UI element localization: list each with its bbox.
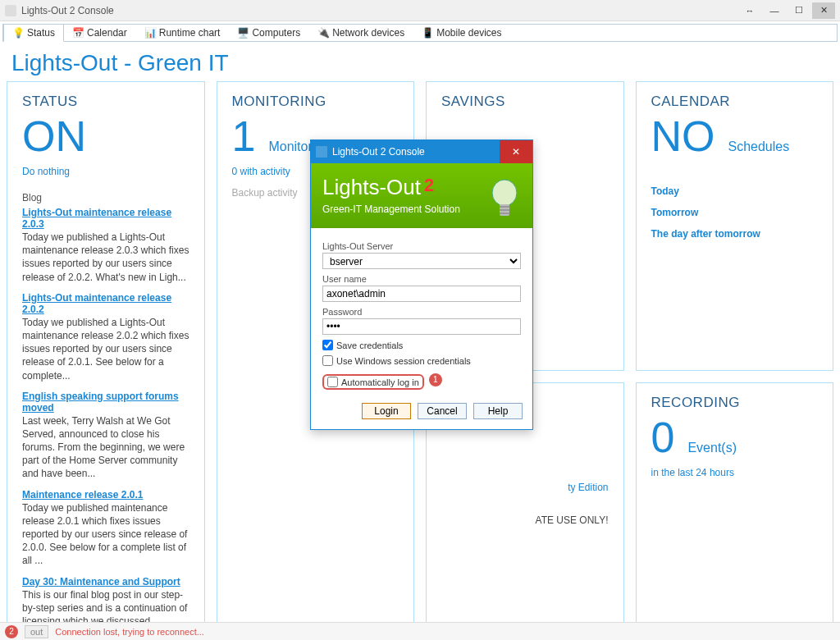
blog-body: Today we published a Lights-Out maintena…: [22, 231, 189, 284]
server-select[interactable]: bserver: [322, 253, 521, 269]
blog-body: Last week, Terry Walsh at We Got Served,…: [22, 414, 189, 481]
blog-body: Today we published maintenance release 2…: [22, 501, 189, 568]
blog-link[interactable]: Lights-Out maintenance release 2.0.2: [22, 292, 171, 315]
card-calendar: CALENDAR NO Schedules Today Tomorrow The…: [636, 81, 834, 371]
page-title: Lights-Out - Green IT: [0, 42, 840, 81]
blog-section: Blog Lights-Out maintenance release 2.0.…: [22, 192, 189, 640]
banner-version: 2: [424, 175, 434, 195]
svg-point-0: [492, 180, 517, 206]
window-titlebar: Lights-Out 2 Console ↔ — ☐ ✕: [0, 0, 840, 21]
edition-text: ty Edition: [568, 482, 608, 493]
dialog-form: Lights-Out Server bserver User name Pass…: [311, 228, 532, 395]
help-button[interactable]: Help: [473, 403, 523, 419]
blog-link[interactable]: English speaking support forums moved: [22, 391, 179, 414]
use-windows-creds-row[interactable]: Use Windows session credentials: [322, 355, 521, 366]
card-recording: RECORDING 0 Event(s) in the last 24 hour…: [636, 382, 834, 640]
banner-title-text: Lights-Out: [322, 175, 421, 199]
tab-label: Runtime chart: [159, 27, 221, 39]
blog-link[interactable]: Lights-Out maintenance release 2.0.3: [22, 207, 171, 230]
card-heading: STATUS: [22, 94, 189, 110]
calendar-metric-sub: Schedules: [728, 139, 790, 154]
use-windows-creds-label: Use Windows session credentials: [336, 356, 471, 366]
tab-calendar[interactable]: 📅Calendar: [64, 25, 136, 41]
maximize-button[interactable]: ☐: [788, 2, 810, 19]
recording-metric-sub: Event(s): [687, 441, 737, 455]
dialog-close-button[interactable]: ✕: [500, 140, 532, 163]
network-icon: 🔌: [317, 27, 329, 39]
annotation-badge-2: 2: [5, 625, 18, 638]
annotation-badge-1: 1: [429, 373, 442, 386]
save-credentials-row[interactable]: Save credentials: [322, 340, 521, 350]
login-button[interactable]: Login: [362, 403, 411, 419]
blog-heading: Blog: [22, 192, 189, 203]
app-icon: [5, 5, 16, 16]
dialog-banner: Lights-Out2 Green-IT Management Solution: [311, 163, 532, 228]
password-label: Password: [322, 307, 521, 317]
blog-item: Lights-Out maintenance release 2.0.3Toda…: [22, 207, 189, 284]
mobile-icon: 📱: [422, 27, 433, 39]
card-heading: MONITORING: [232, 94, 399, 110]
calendar-metric: NO: [651, 115, 715, 158]
recording-sub[interactable]: in the last 24 hours: [651, 467, 819, 478]
password-input[interactable]: [322, 318, 521, 335]
auto-login-label: Automatically log in: [341, 377, 419, 387]
tab-label: Mobile devices: [436, 27, 501, 39]
tab-runtime-chart[interactable]: 📊Runtime chart: [136, 25, 230, 41]
status-bar: 2 out Connection lost, trying to reconne…: [0, 622, 840, 640]
tab-bar: 💡Status 📅Calendar 📊Runtime chart 🖥️Compu…: [2, 24, 838, 42]
recording-metric: 0: [651, 416, 675, 459]
status-action-link[interactable]: Do nothing: [22, 166, 189, 177]
tab-label: Calendar: [87, 27, 127, 39]
login-dialog: Lights-Out 2 Console ✕ Lights-Out2 Green…: [310, 139, 533, 430]
close-button[interactable]: ✕: [812, 2, 835, 19]
blog-item: English speaking support forums movedLas…: [22, 391, 189, 481]
dialog-titlebar[interactable]: Lights-Out 2 Console ✕: [311, 140, 532, 163]
calendar-tomorrow[interactable]: Tomorrow: [651, 207, 819, 218]
chart-icon: 📊: [144, 27, 156, 39]
use-windows-creds-checkbox[interactable]: [322, 355, 333, 366]
tab-network-devices[interactable]: 🔌Network devices: [309, 25, 413, 41]
blog-link[interactable]: Day 30: Maintenance and Support: [22, 576, 180, 587]
about-warning: ATE USE ONLY!: [536, 514, 609, 526]
statusbar-button[interactable]: out: [25, 625, 48, 638]
save-credentials-checkbox[interactable]: [322, 340, 333, 350]
auto-login-row[interactable]: Automatically log in: [322, 374, 424, 390]
svg-rect-4: [500, 213, 509, 214]
move-icon[interactable]: ↔: [738, 2, 761, 19]
calendar-icon: 📅: [72, 27, 84, 39]
dialog-title: Lights-Out 2 Console: [332, 146, 500, 158]
tab-label: Network devices: [332, 27, 404, 39]
tab-label: Status: [27, 27, 55, 39]
tab-computers[interactable]: 🖥️Computers: [229, 25, 309, 41]
blog-body: Today we published a Lights-Out maintena…: [22, 316, 189, 382]
calendar-day-after[interactable]: The day after tomorrow: [651, 228, 819, 240]
card-heading: CALENDAR: [651, 94, 819, 110]
blog-item: Maintenance release 2.0.1Today we publis…: [22, 489, 189, 568]
connection-status-text: Connection lost, trying to reconnect...: [55, 627, 204, 637]
monitoring-metric: 1: [232, 115, 256, 158]
username-label: User name: [322, 274, 521, 284]
blog-item: Lights-Out maintenance release 2.0.2Toda…: [22, 292, 189, 382]
card-heading: RECORDING: [651, 395, 819, 411]
bulb-icon: [488, 178, 521, 224]
tab-mobile-devices[interactable]: 📱Mobile devices: [413, 25, 510, 41]
monitoring-metric-sub: Monitor: [268, 139, 312, 154]
dialog-app-icon: [316, 146, 327, 158]
minimize-button[interactable]: —: [763, 2, 786, 19]
username-input[interactable]: [322, 286, 521, 302]
calendar-today[interactable]: Today: [651, 185, 819, 197]
blog-link[interactable]: Maintenance release 2.0.1: [22, 489, 143, 501]
svg-rect-2: [500, 206, 509, 208]
card-status: STATUS ON Do nothing Blog Lights-Out mai…: [7, 81, 205, 640]
status-metric: ON: [22, 115, 86, 158]
save-credentials-label: Save credentials: [336, 341, 403, 350]
card-heading: SAVINGS: [441, 94, 609, 110]
cancel-button[interactable]: Cancel: [418, 403, 467, 419]
bulb-icon: 💡: [12, 27, 24, 39]
auto-login-checkbox[interactable]: [327, 377, 338, 387]
window-title: Lights-Out 2 Console: [21, 5, 737, 16]
computer-icon: 🖥️: [237, 27, 249, 39]
server-label: Lights-Out Server: [322, 241, 521, 251]
tab-status[interactable]: 💡Status: [3, 25, 64, 42]
tab-label: Computers: [252, 27, 300, 39]
